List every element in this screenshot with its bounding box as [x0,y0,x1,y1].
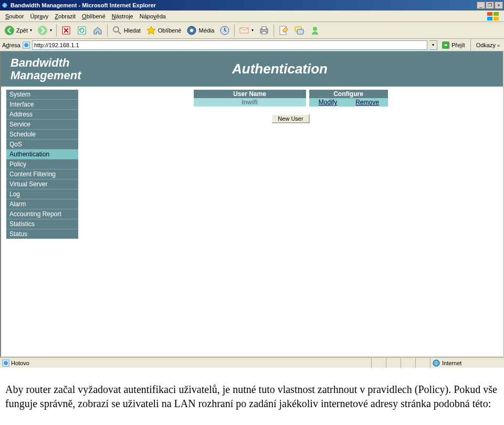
menu-oblibene[interactable]: Oblíbené [79,12,109,20]
forward-button[interactable]: ▾ [35,24,54,37]
modify-link[interactable]: Modify [309,98,347,107]
menu-upravy[interactable]: Úpravy [27,12,51,20]
svg-rect-1 [487,12,492,16]
sidebar-item-service[interactable]: Service [6,119,78,129]
status-pane [372,358,386,368]
address-input[interactable]: http://192.168.1.1 [32,40,427,50]
go-button[interactable]: Přejít [439,41,467,49]
home-icon [92,25,103,36]
globe-icon [433,359,440,367]
svg-point-25 [4,361,8,365]
svg-rect-16 [262,31,266,34]
sidebar-item-authentication[interactable]: Authentication [6,149,78,159]
status-pane [416,358,430,368]
search-button[interactable]: Hledat [110,24,143,37]
stop-icon [61,25,71,36]
addressbar: Adresa http://192.168.1.1 ▾ Přejít Odkaz… [0,39,504,51]
svg-point-9 [113,27,119,32]
favorites-button[interactable]: Oblíbené [144,24,184,37]
print-button[interactable] [257,24,271,37]
edit-button[interactable] [276,24,291,37]
sidebar-item-alarm[interactable]: Alarm [6,199,78,209]
col-user-name: User Name [194,90,306,98]
go-icon [442,41,450,49]
svg-rect-3 [487,17,492,20]
menu-nastroje[interactable]: Nástroje [109,12,136,20]
status-pane [401,358,416,368]
sidebar-item-statistics[interactable]: Statistics [6,219,78,229]
window-titlebar: Bandwidth Management - Microsoft Interne… [0,0,504,10]
menu-napoveda[interactable]: Nápověda [136,12,169,20]
windows-logo-icon [486,11,502,22]
back-button[interactable]: Zpět ▾ [2,24,34,37]
close-button[interactable]: × [495,2,503,9]
new-user-button[interactable]: New User [271,114,309,123]
edit-icon [278,25,289,36]
media-label: Média [198,27,214,34]
svg-point-6 [38,26,47,35]
browser-viewport: Bandwidth Management Authentication Syst… [0,51,504,357]
sidebar-item-accounting-report[interactable]: Accounting Report [6,209,78,219]
page-title: Authentication [211,61,503,77]
remove-link[interactable]: Remove [347,98,388,107]
sidebar-item-policy[interactable]: Policy [6,159,78,169]
sidebar-item-status[interactable]: Status [6,229,78,239]
svg-rect-19 [297,29,303,34]
refresh-button[interactable] [75,24,89,37]
media-icon [186,25,197,36]
svg-point-20 [313,27,317,31]
stop-button[interactable] [59,24,74,37]
auth-table: User Name Configure inwifi Modify Remove… [194,90,388,239]
col-configure: Configure [309,90,388,98]
minimize-button[interactable]: _ [477,2,485,9]
sidebar-item-system[interactable]: System [6,90,78,99]
status-zone: Internet [430,358,504,368]
discuss-button[interactable] [292,24,307,37]
banner-title-left: Bandwidth Management [1,57,211,81]
chevron-down-icon: ▾ [251,28,254,33]
discuss-icon [294,25,304,36]
auth-table-header: User Name Configure [194,90,388,98]
history-button[interactable] [217,24,232,37]
sidebar-item-schedule[interactable]: Schedule [6,129,78,139]
toolbar-separator [234,24,235,37]
favorites-label: Oblíbené [158,27,182,34]
sidebar-item-address[interactable]: Address [6,109,78,119]
main-panel: User Name Configure inwifi Modify Remove… [78,90,503,239]
menu-soubor[interactable]: Soubor [2,12,27,20]
sidebar-item-qos[interactable]: QoS [6,139,78,149]
address-value: http://192.168.1.1 [34,42,79,48]
statusbar: Hotovo Internet [0,357,504,368]
sidebar-item-log[interactable]: Log [6,189,78,199]
sidebar-item-virtual-server[interactable]: Virtual Server [6,179,78,189]
menu-zobrazit[interactable]: Zobrazit [51,12,79,20]
star-icon [146,25,156,36]
maximize-button[interactable]: ❐ [486,2,494,9]
links-button[interactable]: Odkazy » [474,42,502,48]
menubar: Soubor Úpravy Zobrazit Oblíbené Nástroje… [0,10,504,22]
print-icon [259,25,269,36]
svg-rect-15 [262,27,266,29]
page-icon [23,41,30,49]
svg-point-22 [24,43,28,47]
back-label: Zpět [16,27,28,34]
mail-icon [239,25,249,36]
window-title: Bandwidth Management - Microsoft Interne… [10,2,477,8]
chevron-down-icon: ▾ [30,28,32,33]
svg-point-11 [190,29,193,32]
sidebar-item-interface[interactable]: Interface [6,99,78,109]
messenger-button[interactable] [308,24,322,37]
sidebar-item-content-filtering[interactable]: Content Filtering [6,169,78,179]
address-dropdown[interactable]: ▾ [429,40,437,50]
media-button[interactable]: Média [184,24,216,37]
forward-icon [37,25,48,36]
cell-user-name: inwifi [194,98,306,107]
mail-button[interactable]: ▾ [237,24,256,37]
new-user-row: New User [194,107,388,123]
status-zone-text: Internet [442,360,461,366]
toolbar-separator [274,24,274,37]
home-button[interactable] [90,24,105,37]
toolbar-separator [56,24,57,37]
auth-table-row: inwifi Modify Remove [194,98,388,107]
refresh-icon [77,25,87,36]
